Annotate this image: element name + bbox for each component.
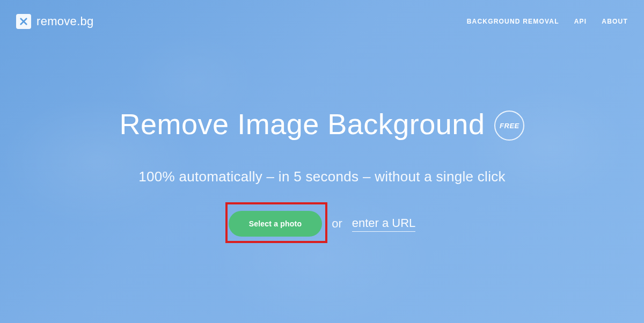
nav-about[interactable]: ABOUT: [602, 18, 628, 25]
nav-background-removal[interactable]: BACKGROUND REMOVAL: [467, 18, 559, 25]
logo-x-icon: [16, 14, 31, 29]
select-photo-button[interactable]: Select a photo: [229, 211, 322, 237]
header: remove.bg BACKGROUND REMOVAL API ABOUT: [0, 0, 644, 43]
nav-api[interactable]: API: [574, 18, 587, 25]
title-row: Remove Image Background FREE: [0, 107, 644, 141]
logo-text: remove.bg: [36, 14, 94, 28]
hero-subtitle: 100% automatically – in 5 seconds – with…: [0, 168, 644, 185]
or-separator: or: [332, 217, 342, 231]
free-badge: FREE: [494, 111, 524, 141]
logo[interactable]: remove.bg: [16, 14, 94, 29]
enter-url-link[interactable]: enter a URL: [352, 216, 416, 232]
cta-row: Select a photo or enter a URL: [0, 211, 644, 237]
hero-section: Remove Image Background FREE 100% automa…: [0, 107, 644, 237]
hero-title: Remove Image Background: [120, 107, 485, 141]
main-nav: BACKGROUND REMOVAL API ABOUT: [467, 18, 628, 25]
